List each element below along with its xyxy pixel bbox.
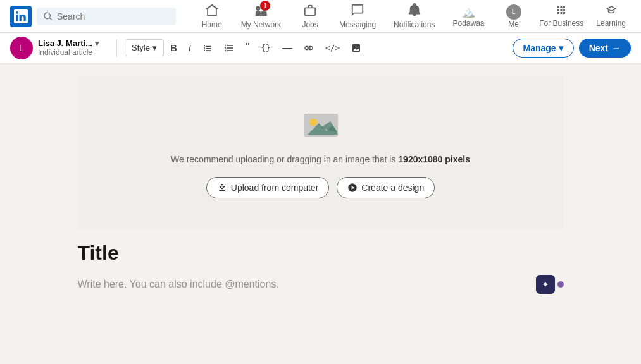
article-body-row: Write here. You can also include @mentio… — [78, 275, 564, 294]
code-button[interactable]: {} — [256, 39, 276, 56]
italic-button[interactable]: I — [184, 39, 196, 57]
network-icon: 1 — [254, 3, 268, 20]
author-name[interactable]: Lisa J. Marti... ▾ — [38, 39, 99, 48]
nav-right: For Business Learning — [534, 2, 631, 30]
notifications-label: Notifications — [394, 20, 435, 29]
top-nav: Home 1 My Network Jobs Messaging — [0, 0, 641, 33]
linkedin-logo[interactable] — [10, 6, 32, 27]
style-chevron-icon: ▾ — [152, 43, 157, 52]
sidebar-item-messaging[interactable]: Messaging — [332, 1, 383, 32]
image-placeholder-icon — [302, 106, 340, 144]
nav-items: Home 1 My Network Jobs Messaging — [191, 1, 534, 32]
messaging-icon — [351, 3, 364, 20]
author-dropdown-arrow[interactable]: ▾ — [95, 39, 99, 48]
for-business-label: For Business — [539, 19, 583, 28]
sidebar-item-jobs[interactable]: Jobs — [291, 1, 329, 32]
learning-label: Learning — [596, 19, 626, 28]
sidebar-item-notifications[interactable]: Notifications — [386, 1, 442, 32]
home-label: Home — [202, 20, 222, 29]
network-badge: 1 — [260, 1, 270, 11]
avatar: L — [10, 37, 33, 59]
sidebar-item-podawaa[interactable]: 🏔️ Podawaa — [445, 3, 492, 30]
search-input[interactable] — [57, 11, 170, 21]
upload-hint: We recommend uploading or dragging in an… — [171, 154, 470, 164]
article-title[interactable]: Title — [78, 241, 564, 265]
search-icon — [43, 11, 53, 21]
learning-nav[interactable]: Learning — [591, 2, 631, 30]
link-button[interactable] — [299, 39, 319, 57]
upload-buttons: Upload from computer Create a design — [206, 177, 435, 198]
podawaa-icon: 🏔️ — [461, 5, 475, 19]
messaging-label: Messaging — [339, 20, 376, 29]
podawaa-label: Podawaa — [452, 19, 484, 28]
article-body[interactable]: Write here. You can also include @mentio… — [78, 275, 564, 313]
for-business-nav[interactable]: For Business — [534, 2, 588, 30]
me-label: Me — [508, 20, 519, 28]
image-button[interactable] — [346, 39, 366, 57]
create-a-design-button[interactable]: Create a design — [337, 177, 435, 198]
svg-point-1 — [309, 119, 317, 126]
author-info: L Lisa J. Marti... ▾ Individual article — [10, 37, 99, 59]
article-placeholder: Write here. You can also include @mentio… — [78, 279, 279, 290]
style-button[interactable]: Style ▾ — [125, 39, 164, 56]
manage-button[interactable]: Manage ▾ — [513, 39, 574, 58]
ordered-list-button[interactable] — [219, 39, 239, 57]
my-network-label: My Network — [241, 20, 281, 29]
author-details: Lisa J. Marti... ▾ Individual article — [38, 39, 99, 57]
ai-widget: ✦ — [536, 275, 564, 294]
search-box[interactable] — [37, 8, 176, 25]
learning-icon — [606, 4, 617, 19]
upload-from-computer-button[interactable]: Upload from computer — [206, 177, 330, 198]
main-content: We recommend uploading or dragging in an… — [68, 63, 574, 325]
next-arrow-icon: → — [612, 43, 621, 53]
jobs-icon — [303, 3, 317, 20]
next-button[interactable]: Next → — [579, 39, 631, 58]
toolbar-right-actions: Manage ▾ Next → — [513, 39, 631, 58]
image-upload-area[interactable]: We recommend uploading or dragging in an… — [78, 76, 564, 229]
manage-chevron-icon: ▾ — [559, 43, 563, 53]
for-business-icon — [556, 4, 567, 19]
embed-button[interactable]: </> — [320, 39, 345, 56]
sidebar-item-home[interactable]: Home — [193, 1, 231, 32]
upload-icon — [217, 183, 227, 193]
home-icon — [205, 3, 219, 20]
toolbar-format-group: Style ▾ B I " {} — </> — [125, 37, 366, 58]
bold-button[interactable]: B — [165, 39, 182, 57]
unordered-list-button[interactable] — [197, 39, 218, 57]
editor-toolbar: L Lisa J. Marti... ▾ Individual article … — [0, 33, 641, 63]
blockquote-button[interactable]: " — [240, 37, 254, 58]
sidebar-item-me[interactable]: L Me — [495, 2, 533, 31]
design-icon — [347, 183, 358, 193]
me-icon: L — [506, 4, 521, 20]
ai-assist-icon[interactable]: ✦ — [536, 275, 555, 294]
ai-dot-indicator — [557, 281, 564, 288]
sidebar-item-my-network[interactable]: 1 My Network — [233, 1, 289, 32]
author-subtitle: Individual article — [38, 48, 99, 57]
notifications-icon — [408, 3, 421, 20]
jobs-label: Jobs — [302, 20, 318, 29]
divider-button[interactable]: — — [277, 39, 297, 58]
toolbar-separator-1 — [116, 39, 117, 57]
